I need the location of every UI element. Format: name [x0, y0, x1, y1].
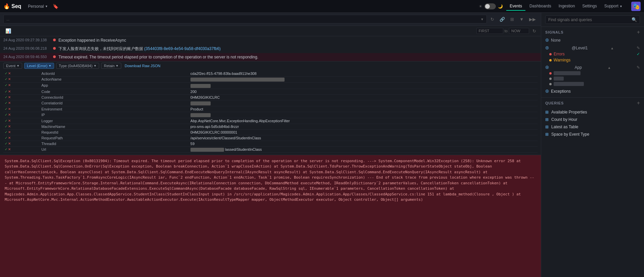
errors-label: Errors: [554, 52, 565, 56]
signal-app-item-1[interactable]: [545, 71, 640, 76]
prop-value: 59: [189, 141, 538, 146]
prop-x-icon[interactable]: ✕: [8, 113, 11, 117]
sidebar-search-area: 🔍: [541, 13, 644, 27]
toggle-track[interactable]: [484, 3, 496, 9]
event-detail: Event ▼ Level (Error) ▼ Type (0xA45DBA94…: [0, 61, 541, 155]
add-query-button[interactable]: +: [637, 100, 640, 106]
prop-value: [189, 112, 538, 118]
level-tag-arrow: ▼: [48, 64, 51, 67]
prop-check-icon[interactable]: ✓: [5, 72, 7, 75]
signal-app-item-2[interactable]: [545, 76, 640, 81]
signal-child-warnings[interactable]: Warnings: [545, 57, 640, 63]
top-nav: 🔥 Seq Personal ▼ 🔖 ☀ 🌙 Events Dashboards…: [0, 0, 644, 13]
prop-name: ConnectionId: [40, 94, 189, 100]
prop-x-icon[interactable]: ✕: [8, 77, 11, 81]
prop-check-icon[interactable]: ✓: [5, 147, 7, 151]
prop-check-icon[interactable]: ✓: [5, 125, 7, 128]
event-level-dot: [53, 47, 56, 50]
signal-group-app-header[interactable]: ⦿ App ▲ ✎: [545, 64, 640, 71]
app-item-dot-2: [549, 78, 552, 80]
query-space-by-event-type[interactable]: ⊞ Space by Event Type: [545, 131, 640, 138]
refresh-button[interactable]: ↻: [489, 16, 496, 23]
retain-tag-arrow: ▼: [116, 64, 119, 67]
prop-x-icon[interactable]: ✕: [8, 119, 11, 123]
prop-x-icon[interactable]: ✕: [8, 142, 11, 145]
prop-x-icon[interactable]: ✕: [8, 95, 11, 99]
search-input[interactable]: [9, 17, 480, 21]
prop-x-icon[interactable]: ✕: [8, 72, 11, 75]
prop-check-icon[interactable]: ✓: [5, 119, 7, 123]
app-collapse-icon: ▲: [608, 66, 611, 70]
prop-check-icon[interactable]: ✓: [5, 101, 7, 105]
nav-tab-ingestion[interactable]: Ingestion: [555, 2, 578, 11]
event-row[interactable]: 24 Aug 2020 08:59:46.550 Timeout expired…: [0, 53, 541, 61]
nav-tab-events[interactable]: Events: [506, 2, 525, 11]
app-edit-icon[interactable]: ✎: [637, 65, 640, 70]
property-row: ✓ ✕ CorrelationId: [3, 100, 538, 106]
prop-x-icon[interactable]: ✕: [8, 147, 11, 151]
prop-x-icon[interactable]: ✕: [8, 107, 11, 111]
signal-app-item-3[interactable]: [545, 81, 640, 87]
download-raw-json-link[interactable]: Download Raw JSON: [125, 64, 160, 68]
prop-x-icon[interactable]: ✕: [8, 83, 11, 87]
level-tag-button[interactable]: Level (Error) ▼: [24, 63, 54, 69]
main-layout: ... ▼ ↻ 🔗 ⊞ ▼ ▶▶ 📊 to ↻ 24 Aug 2020 0: [0, 13, 644, 277]
query-available-properties[interactable]: ⊞ Available Properties: [545, 108, 640, 116]
user-avatar[interactable]: 🎭: [631, 2, 641, 11]
prop-check-icon[interactable]: ✓: [5, 113, 7, 117]
workspace-dropdown-arrow: ▼: [45, 5, 48, 8]
link-button[interactable]: 🔗: [498, 16, 507, 23]
warnings-dot: [549, 59, 552, 61]
signal-child-errors[interactable]: Errors ✓: [545, 51, 640, 57]
forward-button[interactable]: ▶▶: [527, 16, 538, 23]
workspace-selector[interactable]: Personal ▼: [25, 3, 50, 10]
prop-check-icon[interactable]: ✓: [5, 95, 7, 99]
prop-check-icon[interactable]: ✓: [5, 90, 7, 93]
nav-tab-support[interactable]: Support ▼: [601, 2, 626, 11]
signal-exceptions[interactable]: ⦿ Exceptions: [545, 88, 640, 95]
prop-x-icon[interactable]: ✕: [8, 125, 11, 128]
property-row: ✓ ✕ IP: [3, 112, 538, 118]
signal-none[interactable]: ⦿ None: [545, 37, 640, 44]
query-count-by-hour[interactable]: ⊞ Count by Hour: [545, 116, 640, 123]
prop-value-blurred: [190, 101, 211, 105]
dropdown-button[interactable]: ▼: [518, 16, 525, 23]
type-tag-button[interactable]: Type (0xA45DBA94) ▼: [56, 63, 99, 69]
chart-toggle-button[interactable]: 📊: [3, 27, 13, 35]
prop-check-icon[interactable]: ✓: [5, 107, 7, 111]
prop-check-icon[interactable]: ✓: [5, 77, 7, 81]
time-to-input[interactable]: [509, 28, 529, 34]
toggle-thumb: [485, 4, 490, 9]
prop-value: Product: [189, 106, 538, 112]
grid-button[interactable]: ⊞: [509, 16, 516, 23]
app-item-dot-1: [549, 72, 552, 75]
prop-x-icon[interactable]: ✕: [8, 130, 11, 134]
level1-edit-icon[interactable]: ✎: [637, 46, 640, 50]
sidebar-search-wrap: 🔍: [545, 15, 640, 24]
prop-check-icon[interactable]: ✓: [5, 136, 7, 140]
sidebar-search-input[interactable]: [548, 17, 632, 22]
search-chevron-icon[interactable]: ▼: [480, 17, 484, 21]
bookmark-button[interactable]: 🔖: [51, 2, 60, 10]
app-item-label-2: [554, 77, 564, 81]
event-row[interactable]: 24 Aug 2020 09:27:39.138 Exception happe…: [0, 36, 541, 45]
event-tag-button[interactable]: Event ▼: [3, 63, 22, 69]
nav-tab-dashboards[interactable]: Dashboards: [526, 2, 555, 11]
nav-tab-settings[interactable]: Settings: [579, 2, 600, 11]
add-signal-button[interactable]: +: [637, 30, 640, 35]
prop-check-icon[interactable]: ✓: [5, 130, 7, 134]
prop-value: [189, 77, 538, 83]
query-latest-as-table[interactable]: ⊞ Latest as Table: [545, 123, 640, 131]
time-refresh-button[interactable]: ↻: [531, 28, 538, 34]
errors-active-check: ✓: [637, 52, 640, 56]
prop-x-icon[interactable]: ✕: [8, 90, 11, 93]
event-row[interactable]: 24 Aug 2020 09:06:08.218 下发人脸查询状态失败，未找到对…: [0, 45, 541, 53]
prop-x-icon[interactable]: ✕: [8, 101, 11, 105]
query-label-1: Available Properties: [551, 110, 587, 114]
signal-group-level1-header[interactable]: ⦿ @Level1 ▲ ✎: [545, 45, 640, 51]
prop-check-icon[interactable]: ✓: [5, 83, 7, 87]
prop-check-icon[interactable]: ✓: [5, 142, 7, 145]
prop-x-icon[interactable]: ✕: [8, 136, 11, 140]
time-from-input[interactable]: [476, 28, 503, 34]
retain-tag-button[interactable]: Retain ▼: [101, 63, 121, 69]
